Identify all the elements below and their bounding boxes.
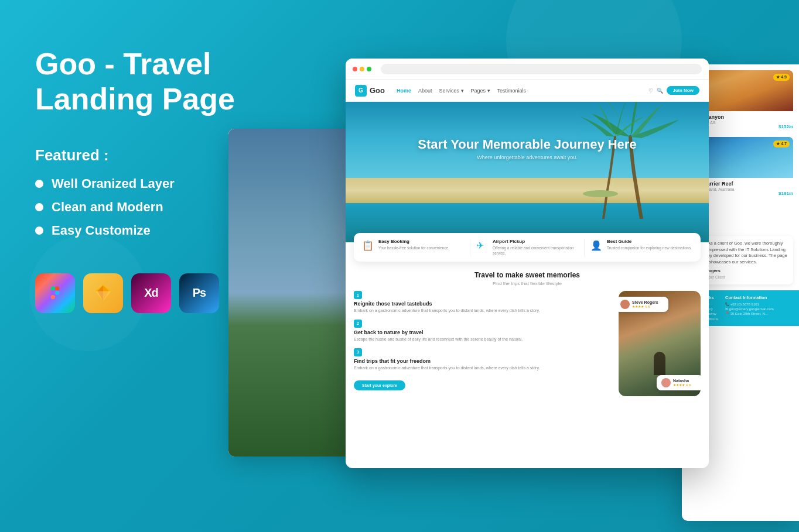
feature-item-3-label: Easy Customize (52, 223, 151, 238)
testimonial-natasha: Natasha ★★★★ 4.6 (657, 375, 701, 390)
left-panel: Goo - Travel Landing Page Featured : Wel… (35, 47, 246, 313)
nav-heart-icon[interactable]: ♡ (648, 88, 653, 94)
grand-canyon-rating: ★ 4.9 (773, 74, 790, 81)
feat-title-pickup: Airport Pickup (493, 239, 578, 244)
svg-rect-1 (51, 290, 55, 294)
browser-dots (353, 67, 371, 71)
svg-marker-8 (95, 291, 111, 301)
feat-card-pickup: ✈ Airport Pickup Offering a reliable and… (476, 239, 578, 256)
ps-icon: Ps (179, 273, 219, 313)
content-area: 1 Reignite those travel tastebuds Embark… (346, 291, 709, 396)
site-logo-text: Goo (370, 86, 385, 95)
svg-rect-2 (55, 286, 59, 290)
dot-red (353, 67, 357, 71)
feature-item-1: Well Oranized Layer (35, 176, 246, 191)
pickup-icon: ✈ (476, 240, 489, 253)
feat-desc-3: Embark on a gastronomic adventure that t… (354, 365, 612, 371)
feat-num-2: 2 (354, 320, 362, 328)
figma-icon (35, 273, 75, 313)
feat-text-pickup: Airport Pickup Offering a reliable and c… (493, 239, 578, 256)
natasha-info: Natasha ★★★★ 4.6 (673, 379, 691, 387)
guide-icon: 👤 (590, 240, 603, 253)
travel-features: 1 Reignite those travel tastebuds Embark… (354, 291, 612, 396)
feat-desc-guide: Trusted companion for exploring new dest… (607, 245, 692, 250)
xd-icon: Xd (131, 273, 171, 313)
testimonial-steve: Steve Rogers ★★★★ 4.8 (619, 297, 668, 312)
main-browser: G Goo Home About Services ▾ Pages ▾ Test… (346, 59, 709, 468)
dot-yellow (360, 67, 364, 71)
hero-title: Start Your Memorable Journey Here (346, 137, 709, 152)
feat-title-3: Find trips that fit your freedom (354, 358, 612, 364)
booking-icon: 📋 (362, 240, 375, 253)
browser-url-bar (381, 64, 702, 74)
browser-bar (346, 59, 709, 80)
nav-search-icon[interactable]: 🔍 (657, 88, 663, 94)
nav-testimonials[interactable]: Testimonials (497, 88, 527, 94)
tool-icons: Xd Ps (35, 273, 246, 313)
travel-img-card: Steve Rogers ★★★★ 4.8 Natasha ★★★★ 4.6 (619, 291, 701, 396)
nav-pages[interactable]: Pages ▾ (471, 88, 490, 94)
steve-avatar (620, 300, 630, 309)
section-title-area: Travel to make sweet memories Find the t… (346, 262, 709, 291)
site-logo: G Goo (355, 85, 385, 97)
travel-feat-3: 3 Find trips that fit your freedom Embar… (354, 348, 612, 371)
site-logo-icon: G (355, 85, 367, 97)
nav-join-btn[interactable]: Join Now (667, 86, 699, 95)
site-nav: G Goo Home About Services ▾ Pages ▾ Test… (346, 80, 709, 102)
feat-num-1: 1 (354, 291, 362, 299)
sketch-icon (83, 273, 123, 313)
svg-rect-0 (51, 286, 55, 290)
hero-section: Start Your Memorable Journey Here Where … (346, 102, 709, 242)
feat-text-guide: Best Guide Trusted companion for explori… (607, 239, 692, 250)
feature-item-2: Clean and Modern (35, 200, 246, 215)
feat-card-booking: 📋 Easy Booking Your hassle-free solution… (362, 239, 464, 256)
featured-label: Featured : (35, 146, 246, 164)
footer-contact-items: 📞 +62 (0) 5678 9101✉ goo@emery.googlemai… (725, 302, 774, 317)
feat-desc-booking: Your hassle-free solution for convenienc… (378, 245, 449, 250)
feat-title-booking: Easy Booking (378, 239, 449, 244)
nav-links: Home About Services ▾ Pages ▾ Testimonia… (397, 88, 648, 94)
great-barrier-rating: ★ 4.7 (773, 140, 790, 147)
hero-text: Start Your Memorable Journey Here Where … (346, 137, 709, 160)
hero-subtitle: Where unforgettable adventures await you… (346, 155, 709, 160)
dot-green (367, 67, 371, 71)
feat-desc-pickup: Offering a reliable and convenient trans… (493, 245, 578, 256)
left-browser-img3: ★ 4.5 (233, 317, 364, 375)
nav-home[interactable]: Home (397, 88, 411, 94)
feature-item-1-label: Well Oranized Layer (52, 176, 175, 191)
footer-contact-title: Contact Information (725, 295, 774, 300)
feat-num-3: 3 (354, 348, 362, 356)
svg-rect-4 (51, 295, 55, 299)
feat-title-2: Get back to nature by travel (354, 330, 612, 335)
main-title: Goo - Travel Landing Page (35, 47, 246, 117)
feat-title-1: Reignite those travel tastebuds (354, 301, 612, 307)
feat-divider-1 (470, 239, 470, 256)
section-subtitle: Find the trips that flexible lifestyle (354, 281, 701, 286)
footer-col-contact: Contact Information 📞 +62 (0) 5678 9101✉… (725, 295, 774, 322)
steve-info: Steve Rogers ★★★★ 4.8 (632, 300, 658, 308)
feat-card-guide: 👤 Best Guide Trusted companion for explo… (590, 239, 692, 256)
feature-list: Well Oranized Layer Clean and Modern Eas… (35, 176, 246, 238)
section-title: Travel to make sweet memories (354, 271, 701, 279)
feat-title-guide: Best Guide (607, 239, 692, 244)
travel-feat-1: 1 Reignite those travel tastebuds Embark… (354, 291, 612, 314)
feat-text-booking: Easy Booking Your hassle-free solution f… (378, 239, 449, 250)
feat-desc-2: Escape the hustle and bustle of daily li… (354, 337, 612, 342)
feature-item-2-label: Clean and Modern (52, 200, 163, 215)
feature-cards: 📋 Easy Booking Your hassle-free solution… (354, 233, 701, 262)
hero-bg: Start Your Memorable Journey Here Where … (346, 102, 709, 242)
svg-point-3 (55, 290, 59, 294)
feat-desc-1: Embark on a gastronomic adventure that t… (354, 308, 612, 314)
start-btn[interactable]: Start your explore (354, 380, 405, 390)
nav-services[interactable]: Services ▾ (439, 88, 464, 94)
natasha-avatar (661, 378, 671, 387)
nav-about[interactable]: About (418, 88, 432, 94)
nav-actions: ♡ 🔍 Join Now (648, 86, 699, 95)
travel-feat-2: 2 Get back to nature by travel Escape th… (354, 320, 612, 342)
feat-divider-2 (584, 239, 585, 256)
feature-item-3: Easy Customize (35, 223, 246, 238)
